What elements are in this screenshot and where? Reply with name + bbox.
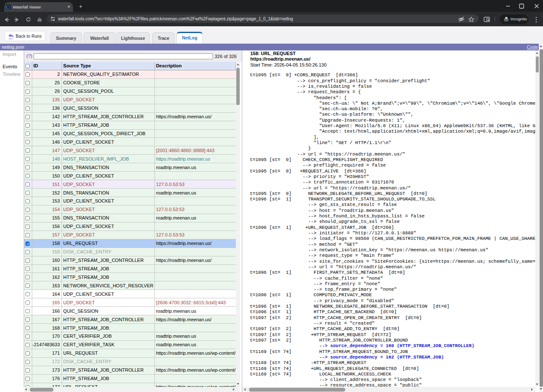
- svg-text:BACK: BACK: [9, 37, 14, 39]
